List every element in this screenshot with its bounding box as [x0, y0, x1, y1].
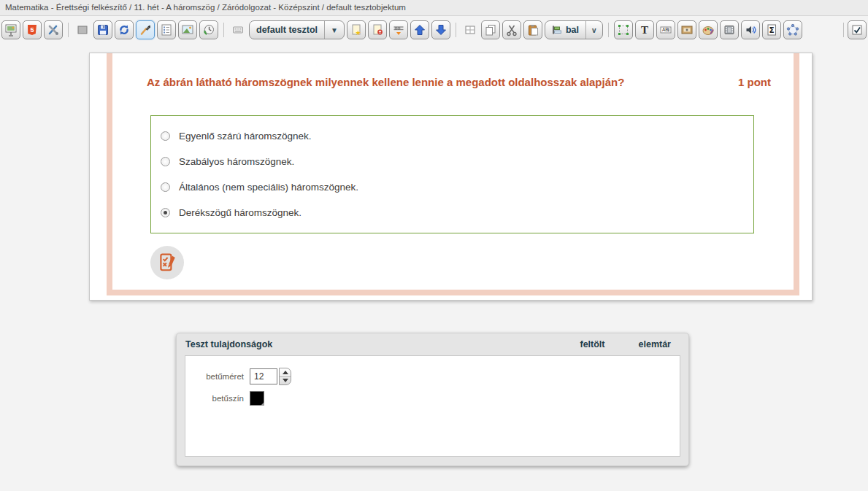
test-version-dropdown-label: default tesztol [250, 25, 324, 35]
textfield-button[interactable]: AB [656, 20, 675, 39]
answer-option-label: Derékszögű háromszögnek. [179, 207, 302, 218]
svg-text:★: ★ [355, 29, 361, 36]
test-object-frame: Az ábrán látható háromszögnek milyennek … [107, 53, 799, 295]
video-button[interactable] [720, 20, 739, 39]
breadcrumb: Matematika - Érettségi felkészítő / 11. … [0, 0, 868, 16]
paste-icon [526, 23, 539, 36]
spinner-down-button[interactable] [280, 377, 291, 385]
copy-icon [484, 23, 497, 36]
font-size-input[interactable] [250, 368, 277, 384]
palette-button[interactable] [699, 20, 718, 39]
delete-page-button[interactable] [368, 20, 387, 39]
frame-image-button[interactable] [677, 20, 696, 39]
spinner-up-button[interactable] [280, 368, 291, 377]
radio-button[interactable] [161, 157, 170, 166]
formula-icon: Σ [765, 23, 778, 36]
tools-button[interactable] [44, 20, 63, 39]
toolbar-separator [223, 23, 224, 37]
shape-button[interactable] [783, 20, 802, 39]
keyboard-icon [231, 23, 245, 36]
cut-button[interactable] [502, 20, 521, 39]
new-page-star-icon: ★ [350, 23, 363, 36]
font-color-row: betűszín [185, 391, 680, 406]
delete-page-icon [371, 23, 384, 36]
answer-option[interactable]: Szabályos háromszögnek. [161, 149, 753, 174]
tools-icon [47, 23, 60, 36]
text-icon: T [638, 23, 651, 36]
answer-option[interactable]: Derékszögű háromszögnek. [161, 200, 753, 225]
chevron-down-icon: ▼ [324, 21, 344, 39]
presentation-icon [4, 23, 18, 36]
check-answers-button[interactable] [150, 246, 184, 279]
select-area-button[interactable] [614, 20, 633, 39]
answer-option[interactable]: Általános (nem speciális) háromszögnek. [161, 174, 753, 200]
toolbar-separator [843, 23, 844, 37]
history-icon [202, 23, 215, 36]
properties-panel-header: Teszt tulajdonságok feltölt elemtár [177, 333, 688, 355]
answer-option[interactable]: Egyenlő szárú háromszögnek. [161, 123, 753, 149]
question-row: Az ábrán látható háromszögnek milyennek … [112, 53, 794, 88]
text-button[interactable]: T [635, 20, 654, 39]
formula-button[interactable]: Σ [762, 20, 781, 39]
radio-button[interactable] [161, 182, 170, 192]
triangle-up-icon [283, 371, 288, 374]
copy-button[interactable] [481, 20, 500, 39]
properties-panel: Teszt tulajdonságok feltölt elemtár betű… [176, 333, 689, 466]
checklist-pencil-icon [157, 252, 177, 273]
radio-button[interactable] [161, 131, 170, 141]
answer-options-box: Egyenlő szárú háromszögnek. Szabályos há… [150, 115, 754, 233]
answer-option-label: Szabályos háromszögnek. [179, 156, 294, 167]
gallery-button[interactable] [178, 20, 197, 39]
move-down-button[interactable] [431, 20, 450, 39]
properties-panel-title: Teszt tulajdonságok [185, 339, 546, 349]
form-properties-button[interactable] [157, 20, 176, 39]
chevron-down-icon: v [585, 21, 602, 39]
audio-button[interactable] [741, 20, 760, 39]
move-up-button[interactable] [410, 20, 429, 39]
align-dropdown-label: bal [566, 25, 579, 35]
new-page-button[interactable]: ★ [347, 20, 366, 39]
refresh-button[interactable] [115, 20, 134, 39]
toolbar-separator [68, 23, 69, 37]
font-color-swatch[interactable] [250, 391, 264, 406]
gallery-icon [181, 23, 194, 36]
properties-panel-body: betűméret betűszín [185, 355, 680, 457]
align-left-icon [552, 25, 562, 35]
align-dropdown[interactable]: bal v [545, 20, 603, 39]
test-check-button[interactable] [848, 20, 867, 39]
radio-button[interactable] [161, 208, 170, 217]
svg-text:T: T [641, 24, 648, 36]
font-size-spinner [279, 368, 291, 385]
form-properties-icon [160, 23, 173, 36]
audio-icon [744, 23, 757, 36]
table-button[interactable] [461, 20, 479, 39]
paste-button[interactable] [523, 20, 542, 39]
question-points: 1 pont [738, 76, 771, 88]
answer-option-label: Általános (nem speciális) háromszögnek. [179, 182, 358, 193]
save-button[interactable] [93, 20, 112, 39]
font-size-label: betűméret [185, 372, 244, 381]
refresh-icon [118, 23, 131, 36]
element-library-link[interactable]: elemtár [639, 339, 671, 349]
html5-icon: 5 [26, 23, 39, 36]
presentation-button[interactable] [1, 20, 20, 39]
upload-link[interactable]: feltölt [580, 339, 604, 349]
answer-option-label: Egyenlő szárú háromszögnek. [179, 131, 312, 142]
save-icon [96, 23, 110, 36]
cut-icon [505, 23, 518, 36]
html5-button[interactable]: 5 [23, 20, 42, 39]
test-check-icon [850, 23, 864, 36]
textfield-icon: AB [659, 23, 672, 36]
toolbar: 5 [0, 18, 868, 42]
placeholder-square[interactable] [74, 20, 91, 39]
palette-icon [702, 23, 715, 36]
test-page: Az ábrán látható háromszögnek milyennek … [89, 53, 813, 301]
test-version-dropdown[interactable]: default tesztol ▼ [249, 20, 345, 39]
keyboard-button[interactable] [229, 20, 247, 39]
paint-format-button[interactable] [136, 20, 155, 39]
table-icon [464, 23, 477, 36]
merge-button[interactable] [389, 20, 408, 39]
paint-format-icon [139, 23, 152, 36]
toolbar-separator [608, 23, 609, 37]
history-button[interactable] [199, 20, 218, 39]
